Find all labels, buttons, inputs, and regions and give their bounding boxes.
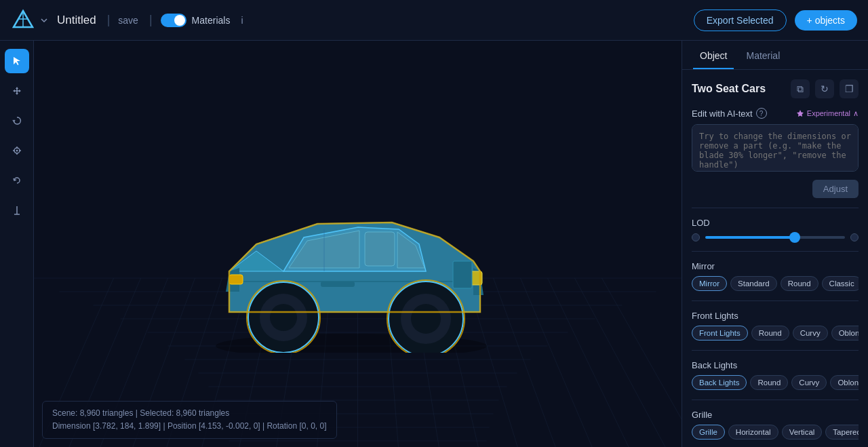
divider-backlights: [692, 350, 859, 351]
divider-grille: [692, 400, 859, 400]
mirror-section: Mirror Mirror Standard Round Classic Old…: [692, 261, 859, 291]
lod-label: LOD: [692, 218, 859, 228]
fl-chip-oblong[interactable]: Oblong: [831, 326, 859, 341]
measure-tool-button[interactable]: [5, 198, 29, 222]
move-tool-button[interactable]: [5, 79, 29, 103]
select-tool-button[interactable]: [5, 49, 29, 73]
bl-chip-oblong[interactable]: Oblong: [830, 375, 859, 390]
ai-edit-textarea[interactable]: [692, 124, 859, 172]
mirror-chips: Mirror Standard Round Classic Old School…: [692, 276, 859, 291]
divider-mirror: [692, 251, 859, 252]
lod-slider[interactable]: [705, 236, 845, 239]
separator-2: |: [149, 13, 153, 27]
ai-edit-section-header: Edit with AI-text ? Experimental ∧: [692, 108, 859, 119]
mirror-chip-standard[interactable]: Standard: [730, 276, 777, 291]
rotate-tool-button[interactable]: [5, 109, 29, 133]
materials-toggle[interactable]: [161, 14, 186, 27]
duplicate-icon-button[interactable]: ❐: [840, 79, 859, 98]
backlights-title: Back Lights: [692, 360, 859, 370]
reset-tool-button[interactable]: [5, 168, 29, 193]
mirror-chip-mirror[interactable]: Mirror: [692, 276, 727, 291]
bl-chip-round[interactable]: Round: [750, 375, 788, 390]
gr-chip-vertical[interactable]: Vertical: [782, 425, 823, 440]
lod-min-dot: [692, 233, 700, 241]
pivot-tool-button[interactable]: [5, 138, 29, 163]
right-panel: Object Material Two Seat Cars ⧉ ↻ ❐ Edit…: [682, 41, 868, 447]
object-title: Two Seat Cars: [692, 83, 766, 95]
divider-frontlights: [692, 300, 859, 301]
adjust-button[interactable]: Adjust: [812, 180, 859, 198]
3d-viewport[interactable]: Scene: 8,960 triangles | Selected: 8,960…: [34, 41, 682, 447]
frontlights-chips: Front Lights Round Curvy Oblong Dual ›: [692, 326, 859, 341]
stats-bar: Scene: 8,960 triangles | Selected: 8,960…: [42, 401, 337, 439]
materials-toggle-wrap: Materials: [161, 14, 231, 27]
lod-slider-row: [692, 233, 859, 241]
logo-icon: [11, 8, 35, 33]
frontlights-title: Front Lights: [692, 311, 859, 321]
save-button[interactable]: save: [118, 15, 138, 26]
mirror-chip-round[interactable]: Round: [781, 276, 818, 291]
fl-chip-curvy[interactable]: Curvy: [793, 326, 828, 341]
gr-chip-grille[interactable]: Grille: [692, 425, 725, 440]
left-toolbar: [0, 41, 34, 447]
info-icon[interactable]: i: [241, 15, 243, 26]
svg-rect-57: [321, 281, 355, 287]
backlights-chips: Back Lights Round Curvy Oblong Dual ›: [692, 375, 859, 390]
svg-rect-55: [229, 275, 243, 284]
grille-section: Grille Grille Horizontal Vertical Tapere…: [692, 410, 859, 440]
lod-section: LOD: [692, 218, 859, 241]
add-objects-button[interactable]: + objects: [795, 10, 857, 31]
ai-help-icon[interactable]: ?: [756, 108, 767, 119]
mirror-chip-classic[interactable]: Classic: [822, 276, 859, 291]
frontlights-section: Front Lights Front Lights Round Curvy Ob…: [692, 311, 859, 341]
svg-point-51: [270, 304, 297, 331]
copy-icon-button[interactable]: ⧉: [791, 79, 810, 98]
gr-chip-tapered[interactable]: Tapered: [825, 425, 859, 440]
main-layout: Scene: 8,960 triangles | Selected: 8,960…: [0, 41, 868, 447]
svg-point-5: [16, 150, 18, 152]
mirror-title: Mirror: [692, 261, 859, 271]
divider-lod: [692, 208, 859, 208]
export-selected-button[interactable]: Export Selected: [694, 9, 787, 31]
bl-chip-curvy[interactable]: Curvy: [791, 375, 827, 390]
document-title: Untitled: [57, 14, 96, 27]
tab-material[interactable]: Material: [739, 41, 787, 69]
fl-chip-frontlights[interactable]: Front Lights: [692, 326, 748, 341]
svg-rect-47: [365, 232, 395, 266]
grille-chips: Grille Horizontal Vertical Tapered Doubl…: [692, 425, 859, 440]
experimental-badge[interactable]: Experimental ∧: [796, 109, 859, 118]
car-model: [182, 136, 534, 353]
fl-chip-round[interactable]: Round: [751, 326, 789, 341]
panel-tabs: Object Material: [682, 41, 868, 70]
dropdown-icon[interactable]: [39, 16, 49, 25]
svg-point-54: [411, 304, 441, 334]
grille-title: Grille: [692, 410, 859, 420]
bl-chip-backlights[interactable]: Back Lights: [692, 375, 747, 390]
backlights-section: Back Lights Back Lights Round Curvy Oblo…: [692, 360, 859, 390]
title-icons: ⧉ ↻ ❐: [791, 79, 859, 98]
stats-line1: Scene: 8,960 triangles | Selected: 8,960…: [52, 407, 327, 420]
svg-rect-58: [453, 261, 472, 288]
separator-1: |: [107, 13, 111, 27]
tab-object[interactable]: Object: [693, 41, 734, 69]
lod-max-dot: [850, 233, 859, 241]
refresh-icon-button[interactable]: ↻: [815, 79, 834, 98]
panel-body: Two Seat Cars ⧉ ↻ ❐ Edit with AI-text ? …: [682, 70, 868, 447]
materials-label: Materials: [192, 15, 231, 26]
object-title-row: Two Seat Cars ⧉ ↻ ❐: [692, 79, 859, 98]
gr-chip-horizontal[interactable]: Horizontal: [728, 425, 778, 440]
header: Untitled | save | Materials i Export Sel…: [0, 0, 868, 41]
stats-line2: Dimension [3.782, 184, 1.899] | Position…: [52, 420, 327, 433]
header-actions: Export Selected + objects: [694, 9, 857, 31]
ai-edit-label: Edit with AI-text ?: [692, 108, 767, 119]
